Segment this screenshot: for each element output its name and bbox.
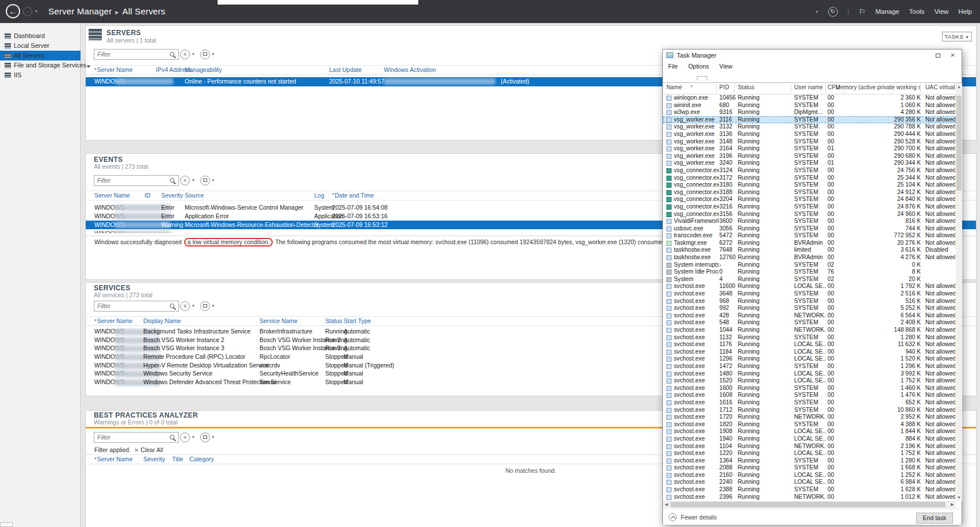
menu-item[interactable]: View [715, 62, 737, 71]
services-criteria-button[interactable]: ≡▾ [180, 301, 195, 311]
process-row[interactable]: svchost.exe 1176 Running LOCAL SE... 00 … [663, 341, 956, 348]
process-row[interactable]: vsg_worker.exe 3196 Running SYSTEM 00 29… [663, 153, 956, 160]
process-row[interactable]: wininit.exe 680 Running SYSTEM 00 1 060 … [663, 102, 956, 109]
nav-history-caret-icon[interactable]: ▾ [35, 9, 37, 14]
process-row[interactable]: svchost.exe 428 Running NETWORK... 00 6 … [663, 312, 956, 320]
process-row[interactable]: System 4 Running SYSTEM 02 20 K [663, 276, 956, 283]
process-row[interactable]: taskhostw.exe 12760 Running BVRAdmin 00 … [663, 254, 956, 261]
col-header[interactable]: Title [172, 456, 183, 462]
col-header-uac[interactable]: UAC virtualization [925, 84, 955, 93]
process-row[interactable]: vsg_worker.exe 3132 Running SYSTEM 00 29… [663, 123, 956, 131]
events-filter-input[interactable] [94, 175, 179, 186]
services-filter-input[interactable] [94, 301, 179, 312]
sidebar-item[interactable]: All Servers [0, 51, 81, 60]
clear-filter-icon[interactable]: ✕ [132, 447, 140, 453]
process-row[interactable]: System Idle Process 0 Running SYSTEM 76 … [663, 268, 956, 276]
menu-item[interactable]: File [664, 62, 682, 71]
process-row[interactable]: svchost.exe 2240 Running LOCAL SE... 00 … [663, 479, 956, 486]
notifications-caret-icon[interactable]: ▾ [816, 9, 818, 14]
col-header-status[interactable]: Status [738, 84, 791, 93]
col-header[interactable]: Service Name [260, 317, 298, 324]
process-row[interactable]: svchost.exe 1608 Running SYSTEM 00 1 476… [663, 392, 956, 399]
process-row[interactable]: svchost.exe 1616 Running SYSTEM 00 652 K… [663, 399, 956, 407]
clear-all-link[interactable]: Clear All [140, 446, 163, 453]
task-manager-titlebar[interactable]: Task Manager × [663, 50, 962, 62]
col-header-memory[interactable]: Memory (active private working set) [836, 84, 921, 93]
process-row[interactable]: vsg_connector.exe 3172 Running SYSTEM 00… [663, 175, 956, 182]
tab[interactable] [687, 77, 697, 80]
events-criteria-button[interactable]: ≡▾ [180, 176, 195, 185]
process-row[interactable]: vsg_worker.exe 3148 Running SYSTEM 00 29… [663, 138, 956, 146]
col-header[interactable]: ▴Server Name [94, 66, 132, 73]
process-row[interactable]: vsg_worker.exe 3164 Running SYSTEM 01 29… [663, 145, 956, 153]
process-row[interactable]: winlogon.exe 10456 Running SYSTEM 00 2 3… [663, 94, 956, 102]
process-row[interactable]: vsg_worker.exe 3116 Running SYSTEM 00 29… [663, 116, 956, 124]
refresh-icon[interactable]: ↻ [828, 7, 838, 17]
end-task-button[interactable]: End task [916, 513, 953, 524]
vertical-scrollbar[interactable]: ▲ ▼ [956, 83, 962, 501]
process-row[interactable]: svchost.exe 2160 Running LOCAL SE... 00 … [663, 472, 956, 479]
process-row[interactable]: vsg_connector.exe 3188 Running SYSTEM 00… [663, 189, 956, 196]
process-row[interactable]: svchost.exe 1720 Running NETWORK... 00 2… [663, 414, 956, 421]
process-row[interactable]: svchost.exe 1520 Running LOCAL SE... 00 … [663, 377, 956, 385]
process-row[interactable]: VivaldiFramework.exe 3600 Running SYSTEM… [663, 218, 956, 225]
scroll-down-icon[interactable]: ▼ [956, 494, 962, 501]
sidebar-item[interactable]: IIS [0, 70, 81, 80]
process-row[interactable]: svchost.exe 1104 Running NETWORK... 00 2… [663, 443, 956, 450]
servers-criteria-button[interactable]: ≡▾ [180, 50, 195, 59]
process-row[interactable]: transcoder.exe 5472 Running SYSTEM 00 77… [663, 232, 956, 240]
col-header-pid[interactable]: PID [719, 84, 735, 93]
process-row[interactable]: svchost.exe 1132 Running SYSTEM 00 1 280… [663, 334, 956, 342]
col-header[interactable]: ▴Server Name [94, 317, 132, 324]
bpa-filter-input[interactable] [94, 432, 179, 443]
scrollbar-thumb[interactable] [670, 502, 945, 507]
tab[interactable] [697, 76, 707, 81]
col-header[interactable]: ▴Server Name [94, 456, 132, 462]
process-row[interactable]: svchost.exe 1908 Running LOCAL SE... 00 … [663, 428, 956, 435]
horizontal-scrollbar[interactable]: ◀ ▶ [663, 501, 956, 508]
services-save-query-button[interactable]: ▾ [200, 301, 215, 311]
process-row[interactable]: svchost.exe 1712 Running SYSTEM 00 10 86… [663, 407, 956, 414]
process-row[interactable]: svchost.exe 1600 Running SYSTEM 00 1 460… [663, 385, 956, 392]
fewer-details-button[interactable]: Fewer details [669, 513, 716, 521]
process-row[interactable]: svchost.exe 1296 Running LOCAL SE... 00 … [663, 355, 956, 363]
col-header-name[interactable]: Name [666, 84, 717, 93]
col-header[interactable]: Category [189, 456, 214, 462]
sidebar-item[interactable]: Local Server [0, 41, 81, 51]
process-row[interactable]: Taskmgr.exe 6272 Running BVRAdmin 00 20 … [663, 240, 956, 247]
col-header[interactable]: Start Type [344, 317, 371, 324]
topbar-menu-item[interactable]: Manage [875, 8, 899, 15]
process-row[interactable]: svchost.exe 1480 Running LOCAL SE... 00 … [663, 370, 956, 378]
maximize-button[interactable] [932, 50, 943, 61]
scroll-right-icon[interactable]: ▶ [949, 501, 956, 508]
servers-save-query-button[interactable]: ▾ [200, 50, 215, 59]
process-row[interactable]: vsg_worker.exe 3136 Running SYSTEM 00 29… [663, 131, 956, 138]
process-row[interactable]: svchost.exe 2088 Running SYSTEM 00 1 668… [663, 464, 956, 472]
process-row[interactable]: vsg_connector.exe 3124 Running SYSTEM 00… [663, 167, 956, 175]
tab[interactable] [676, 77, 687, 80]
process-row[interactable]: svchost.exe 3648 Running SYSTEM 00 2 516… [663, 290, 956, 298]
scrollbar-thumb[interactable] [956, 96, 962, 191]
topbar-menu-item[interactable]: Help [958, 8, 972, 15]
sidebar-item[interactable]: File and Storage Services [0, 60, 81, 70]
process-row[interactable]: svchost.exe 1940 Running LOCAL SE... 00 … [663, 435, 956, 443]
process-row[interactable]: svchost.exe 992 Running SYSTEM 00 5 252 … [663, 305, 956, 312]
col-header[interactable]: Source [185, 192, 204, 199]
col-header[interactable]: Manageability [185, 66, 222, 73]
tab[interactable] [707, 77, 718, 80]
process-row[interactable]: svchost.exe 1220 Running LOCAL SE... 00 … [663, 450, 956, 457]
process-row[interactable]: taskhostw.exe 7648 Running limited 00 3 … [663, 247, 956, 254]
servers-tasks-button[interactable]: TASKS▼ [942, 32, 972, 41]
process-row[interactable]: svchost.exe 1184 Running LOCAL SE... 00 … [663, 348, 956, 356]
forward-button[interactable]: → [23, 7, 32, 16]
flag-icon[interactable]: ⚐ [859, 7, 866, 16]
process-row[interactable]: usbsvc.exe 3056 Running SYSTEM 00 744 K … [663, 225, 956, 233]
col-header[interactable]: Severity [161, 192, 183, 199]
bpa-save-query-button[interactable]: ▾ [200, 433, 215, 442]
process-row[interactable]: System interrupts - Running SYSTEM 02 0 … [663, 261, 956, 269]
col-header[interactable]: ▾Date and Time [332, 192, 374, 199]
process-row[interactable]: vsg_connector.exe 3216 Running SYSTEM 00… [663, 203, 956, 211]
process-row[interactable]: svchost.exe 968 Running SYSTEM 00 516 K … [663, 298, 956, 305]
process-row[interactable]: svchost.exe 1044 Running NETWORK... 00 1… [663, 327, 956, 334]
process-row[interactable]: svchost.exe 2388 Running SYSTEM 00 1 628… [663, 486, 956, 494]
